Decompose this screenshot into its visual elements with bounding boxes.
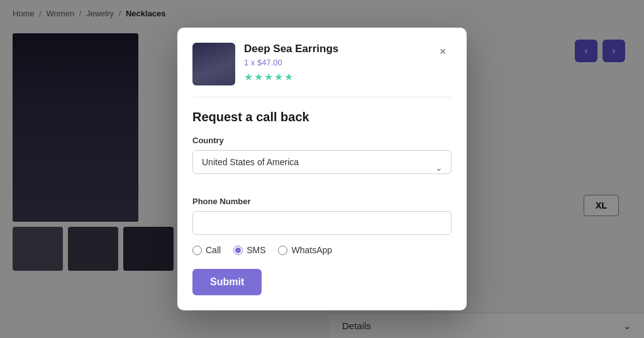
- contact-method-group: Call SMS WhatsApp: [192, 245, 452, 255]
- modal-body: Request a call back Country United State…: [192, 97, 452, 295]
- star-3: ★: [264, 71, 273, 83]
- star-2: ★: [254, 71, 263, 83]
- country-select-wrapper: United States of America United Kingdom …: [192, 150, 452, 185]
- radio-option-whatsapp[interactable]: WhatsApp: [278, 245, 332, 255]
- modal-product-stars: ★ ★ ★ ★ ★: [244, 71, 452, 83]
- modal-section-title: Request a call back: [192, 110, 452, 124]
- modal-header: Deep Sea Earrings 1 x $47.00 ★ ★ ★ ★ ★ ×: [192, 43, 452, 97]
- modal-product-thumbnail: [192, 43, 235, 85]
- radio-option-call[interactable]: Call: [192, 245, 221, 255]
- radio-whatsapp-label: WhatsApp: [291, 245, 332, 255]
- callback-modal: Deep Sea Earrings 1 x $47.00 ★ ★ ★ ★ ★ ×…: [177, 28, 467, 310]
- radio-sms-label: SMS: [247, 245, 265, 255]
- modal-product-price: 1 x $47.00: [244, 58, 452, 67]
- country-select[interactable]: United States of America United Kingdom …: [192, 150, 452, 174]
- modal-product-name: Deep Sea Earrings: [244, 43, 452, 55]
- phone-label: Phone Number: [192, 197, 452, 206]
- radio-option-sms[interactable]: SMS: [233, 245, 265, 255]
- submit-button[interactable]: Submit: [192, 269, 262, 295]
- phone-input[interactable]: [192, 211, 452, 235]
- radio-call-label: Call: [206, 245, 221, 255]
- radio-call[interactable]: [192, 246, 202, 255]
- radio-sms[interactable]: [233, 246, 243, 255]
- country-label: Country: [192, 136, 452, 145]
- star-4: ★: [274, 71, 283, 83]
- modal-close-button[interactable]: ×: [434, 43, 452, 60]
- modal-product-info: Deep Sea Earrings 1 x $47.00 ★ ★ ★ ★ ★: [244, 43, 452, 83]
- star-1: ★: [244, 71, 253, 83]
- radio-whatsapp[interactable]: [278, 246, 287, 255]
- star-5: ★: [284, 71, 293, 83]
